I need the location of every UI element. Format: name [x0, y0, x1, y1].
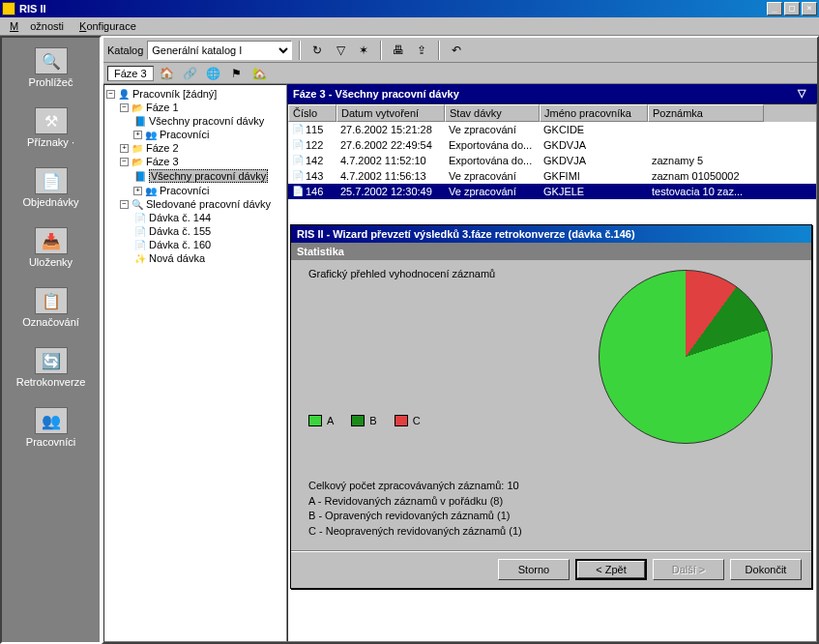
sidebar-item-label: Prohlížeč — [29, 76, 73, 88]
row-icon: 📄 — [292, 139, 304, 151]
tree-node-watched[interactable]: −🔍Sledované pracovní dávky — [106, 197, 284, 211]
sidebar-item-pracovnici[interactable]: 👥Pracovníci — [8, 401, 94, 454]
tree-node-all-batches-1[interactable]: 📘Všechny pracovní dávky — [106, 114, 284, 128]
marking-icon: 📋 — [35, 287, 68, 314]
expand-icon[interactable]: + — [133, 187, 142, 195]
table-row[interactable]: 📄1424.7.2002 11:52:10Exportována do...GK… — [288, 153, 816, 168]
sidebar-item-label: Označování — [22, 316, 79, 328]
sidebar-item-oznacovani[interactable]: 📋Označování — [8, 281, 94, 334]
folder-icon: 📂 — [131, 156, 144, 167]
swatch-b — [351, 415, 365, 426]
table-row[interactable]: 📄11527.6.2002 15:21:28Ve zpracováníGKCID… — [288, 122, 816, 137]
back-button[interactable]: < Zpět — [575, 559, 647, 580]
tree-view[interactable]: −👤Pracovník [žádný] −📂Fáze 1 📘Všechny pr… — [103, 84, 287, 642]
cancel-button[interactable]: Storno — [498, 559, 570, 580]
new-icon: ✨ — [133, 252, 147, 264]
workers-icon: 👥 — [144, 129, 158, 140]
pie-chart-graphic — [599, 270, 773, 444]
tree-node-batch-160[interactable]: 📄Dávka č. 160 — [106, 238, 284, 251]
watch-icon: 🔍 — [131, 198, 144, 210]
collapse-icon[interactable]: − — [106, 90, 115, 99]
next-button[interactable]: Další > — [653, 559, 724, 580]
wizard-buttons: Storno < Zpět Další > Dokončit — [291, 550, 811, 588]
link-icon[interactable]: 🔗 — [181, 64, 200, 83]
minimize-button[interactable]: _ — [767, 2, 782, 15]
wizard-subtitle: Statistika — [291, 243, 811, 260]
sidebar-item-prohlizec[interactable]: 🔍Prohlížeč — [8, 42, 94, 94]
menu-config[interactable]: Konfigurace — [73, 18, 142, 34]
sidebar-item-objednavky[interactable]: 📄Objednávky — [8, 161, 94, 214]
collapse-icon[interactable]: − — [120, 158, 129, 166]
tree-node-new-batch[interactable]: ✨Nová dávka — [106, 251, 284, 265]
tree-node-phase1[interactable]: −📂Fáze 1 — [106, 101, 284, 114]
workers-icon: 👥 — [144, 185, 158, 196]
sidebar-item-ulozenky[interactable]: 📥Uloženky — [8, 221, 94, 274]
batch-icon: 📄 — [133, 239, 147, 250]
flags-icon: ⚒ — [35, 107, 68, 134]
col-date[interactable]: Datum vytvoření — [336, 104, 445, 122]
wizard-title: RIS II - Wizard převzetí výsledků 3.fáze… — [291, 225, 811, 243]
window-title: RIS II — [19, 3, 767, 15]
collapse-icon[interactable]: − — [120, 200, 129, 209]
refresh-icon[interactable]: ↻ — [307, 41, 327, 60]
tree-node-workers-1[interactable]: +👥Pracovníci — [106, 128, 284, 141]
finish-button[interactable]: Dokončit — [730, 559, 802, 580]
toolbar-main: Katalog Generální katalog I ↻ ▽ ✶ 🖶 ⇪ ↶ — [103, 38, 817, 63]
chart-stats: Celkový počet zpracovávaných záznamů: 10… — [308, 479, 522, 539]
row-icon: 📄 — [292, 155, 304, 166]
home-icon[interactable]: 🏠 — [158, 64, 177, 83]
legend-item-b: B — [351, 415, 376, 426]
flag-icon[interactable]: ⚑ — [227, 64, 247, 83]
sidebar-item-priznaky[interactable]: ⚒Příznaky · — [8, 102, 94, 154]
col-note[interactable]: Poznámka — [648, 104, 764, 122]
filter-icon[interactable]: ▽ — [331, 41, 350, 60]
sidebar: 🔍Prohlížeč ⚒Příznaky · 📄Objednávky 📥Ulož… — [0, 36, 102, 644]
stat-c: C - Neopravených revidovaných záznamů (1… — [308, 524, 522, 539]
table-row[interactable]: 📄1434.7.2002 11:56:13Ve zpracováníGKFIMI… — [288, 168, 816, 184]
row-icon: 📄 — [292, 124, 304, 135]
maximize-button[interactable]: □ — [784, 2, 800, 15]
toolbar-phase: Fáze 3 🏠 🔗 🌐 ⚑ 🏡 — [103, 63, 817, 84]
stat-b: B - Opravených revidovaných záznamů (1) — [308, 509, 522, 523]
tree-node-worker[interactable]: −👤Pracovník [žádný] — [106, 87, 284, 101]
undo-icon[interactable]: ↶ — [447, 41, 466, 60]
expand-icon[interactable]: + — [120, 144, 129, 153]
tree-node-phase2[interactable]: +📁Fáze 2 — [106, 141, 284, 155]
list-title: Fáze 3 - Všechny pracovní dávky — [293, 88, 459, 100]
table-row[interactable]: 📄14625.7.2002 12:30:49Ve zpracováníGKJEL… — [288, 184, 816, 199]
sidebar-item-label: Pracovníci — [26, 436, 75, 448]
tree-node-batch-144[interactable]: 📄Dávka č. 144 — [106, 211, 284, 224]
col-number[interactable]: Číslo — [288, 104, 336, 122]
close-button[interactable]: × — [802, 2, 817, 15]
catalog-select[interactable]: Generální katalog I — [147, 41, 292, 60]
col-status[interactable]: Stav dávky — [445, 104, 540, 122]
legend-item-c: C — [395, 415, 421, 426]
settings-icon[interactable]: ✶ — [354, 41, 373, 60]
swatch-c — [395, 415, 408, 426]
filter-icon[interactable]: ▽ — [798, 87, 811, 101]
expand-icon[interactable]: + — [133, 131, 142, 139]
col-worker[interactable]: Jméno pracovníka — [540, 104, 648, 122]
tree-node-phase3[interactable]: −📂Fáze 3 — [106, 155, 284, 168]
batch-icon: 📄 — [133, 225, 147, 237]
collapse-icon[interactable]: − — [120, 103, 129, 112]
menu-options[interactable]: Možnosti — [4, 18, 70, 34]
table-row[interactable]: 📄12227.6.2002 22:49:54Exportována do...G… — [288, 137, 816, 153]
sidebar-item-retrokonverze[interactable]: 🔄Retrokonverze — [8, 341, 94, 394]
star-home-icon[interactable]: 🏡 — [250, 64, 270, 83]
tree-node-workers-3[interactable]: +👥Pracovníci — [106, 184, 284, 197]
retro-icon: 🔄 — [35, 347, 68, 374]
print-icon[interactable]: 🖶 — [389, 41, 408, 60]
browser-icon: 🔍 — [35, 47, 68, 74]
tree-node-batch-155[interactable]: 📄Dávka č. 155 — [106, 224, 284, 238]
sidebar-item-label: Uloženky — [29, 256, 73, 268]
catalog-label: Katalog — [107, 44, 143, 56]
globe-icon[interactable]: 🌐 — [204, 64, 223, 83]
tree-node-all-batches-3[interactable]: 📘Všechny pracovní dávky — [106, 168, 284, 184]
titlebar: RIS II _ □ × — [0, 0, 819, 17]
folder-icon: 📂 — [131, 102, 144, 113]
batch-icon: 📘 — [133, 115, 147, 127]
person-icon: 👤 — [117, 88, 131, 100]
export-icon[interactable]: ⇪ — [412, 41, 431, 60]
pie-chart — [599, 270, 773, 444]
